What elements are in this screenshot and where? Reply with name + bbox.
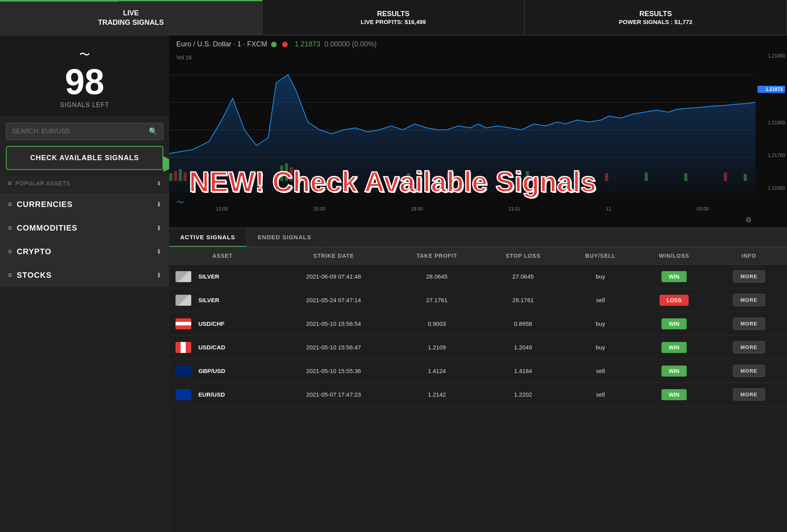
sidebar-item-crypto[interactable]: ≡ CRYPTO ⬇	[0, 240, 169, 264]
search-input[interactable]	[12, 128, 149, 135]
currencies-label: CURRENCIES	[17, 200, 156, 209]
list-icon-currencies: ≡	[8, 200, 12, 209]
svg-rect-11	[290, 167, 293, 181]
more-button-0[interactable]: MORE	[733, 270, 765, 283]
chart-dot-green	[271, 42, 277, 47]
y-label-highlight: 1.21873	[757, 86, 785, 93]
cell-buy-sell-3: buy	[563, 336, 637, 359]
table-row: USD/CHF 2021-05-10 15:56:54 0.9003 0.895…	[169, 312, 787, 336]
cell-strike-2: 2021-05-10 15:56:54	[276, 312, 391, 336]
chart-container: Euro / U.S. Dollar · 1 · FXCM 1.21873 0.…	[169, 35, 787, 228]
table-row: GBP/USD 2021-05-10 15:55:36 1.4124 1.418…	[169, 359, 787, 383]
svg-rect-19	[724, 172, 727, 181]
arrow-down-crypto: ⬇	[156, 248, 161, 255]
tab-ended-signals[interactable]: ENDED SIGNALS	[247, 228, 323, 247]
search-box[interactable]: 🔍	[6, 123, 163, 140]
x-label-2: 15:00	[314, 206, 325, 212]
nav-results2-label: RESULTS	[639, 9, 672, 18]
cell-buy-sell-2: buy	[563, 312, 637, 336]
y-label-4: 1.21600	[757, 185, 785, 191]
x-label-6: 03:00	[697, 206, 709, 212]
sidebar-item-currencies[interactable]: ≡ CURRENCIES ⬇	[0, 193, 169, 216]
cell-asset-3: USD/CAD	[169, 336, 276, 359]
table-row: EUR/USD 2021-05-07 17:47:23 1.2142 1.220…	[169, 383, 787, 406]
col-stop-loss: STOP LOSS	[482, 247, 564, 265]
signals-number: 98	[65, 64, 104, 100]
nav-live-trading[interactable]: LIVE TRADING SIGNALS	[0, 0, 262, 35]
signals-table-area: ACTIVE SIGNALS ENDED SIGNALS ASSET STRIK…	[169, 228, 787, 532]
x-label-3: 18:00	[411, 206, 423, 212]
svg-rect-6	[174, 171, 177, 181]
arrow-down-stocks: ⬇	[156, 272, 161, 279]
cell-more-5[interactable]: MORE	[711, 383, 787, 406]
more-button-4[interactable]: MORE	[733, 365, 765, 377]
stocks-label: STOCKS	[17, 271, 156, 280]
col-buy-sell: BUY/SELL	[563, 247, 637, 265]
cell-more-3[interactable]: MORE	[711, 336, 787, 359]
cell-more-4[interactable]: MORE	[711, 359, 787, 383]
sidebar-menu: ≡ CURRENCIES ⬇ ≡ COMMODITIES ⬇ ≡ CRYPTO …	[0, 191, 169, 289]
nav-results2-value: POWER SIGNALS : $1,772	[619, 18, 693, 25]
check-available-signals-button[interactable]: CHECK AVAILABLE SIGNALS	[6, 146, 163, 170]
cell-buy-sell-0: buy	[563, 265, 637, 288]
more-button-5[interactable]: MORE	[733, 388, 765, 401]
svg-rect-20	[744, 174, 747, 181]
nav-live-title: LIVE	[123, 9, 139, 18]
cell-asset-5: EUR/USD	[169, 383, 276, 406]
svg-rect-15	[526, 171, 529, 181]
cell-stop-loss-3: 1.2049	[482, 336, 564, 359]
cell-stop-loss-2: 0.8958	[482, 312, 564, 336]
table-header-row: ASSET STRIKE DATE TAKE PROFIT STOP LOSS …	[169, 247, 787, 265]
nav-live-subtitle: TRADING SIGNALS	[98, 18, 164, 27]
chart-indicator-icon[interactable]: 〜	[176, 197, 184, 208]
cell-take-profit-4: 1.4124	[391, 359, 482, 383]
popular-assets-divider[interactable]: ≡ POPULAR ASSETS ⬇	[0, 176, 169, 191]
cell-strike-3: 2021-05-10 15:56:47	[276, 336, 391, 359]
asset-name-4: GBP/USD	[198, 368, 225, 374]
col-strike-date: STRIKE DATE	[276, 247, 391, 265]
chart-settings-icon[interactable]: ⚙	[745, 216, 752, 224]
nav-results1-value: LIVE PROFITS: $16,499	[361, 18, 426, 25]
col-info: INFO	[711, 247, 787, 265]
cell-buy-sell-1: sell	[563, 288, 637, 312]
chart-symbol-title: Euro / U.S. Dollar · 1 · FXCM	[176, 40, 267, 48]
win-loss-badge-2: WIN	[661, 318, 686, 329]
asset-name-2: USD/CHF	[198, 320, 225, 327]
cell-strike-1: 2021-05-24 07:47:14	[276, 288, 391, 312]
cell-more-2[interactable]: MORE	[711, 312, 787, 336]
cell-strike-5: 2021-05-07 17:47:23	[276, 383, 391, 406]
svg-rect-18	[684, 173, 687, 181]
more-button-3[interactable]: MORE	[733, 341, 765, 353]
sidebar-item-commodities[interactable]: ≡ COMMODITIES ⬇	[0, 216, 169, 240]
progress-bar	[0, 0, 118, 2]
svg-rect-14	[447, 172, 450, 181]
svg-marker-4	[169, 75, 756, 193]
cell-take-profit-5: 1.2142	[391, 383, 482, 406]
cell-strike-0: 2021-06-09 07:41:48	[276, 265, 391, 288]
col-win-loss: WIN/LOSS	[637, 247, 711, 265]
x-label-1: 12:00	[216, 206, 228, 212]
svg-rect-8	[183, 172, 187, 181]
cell-more-1[interactable]: MORE	[711, 288, 787, 312]
more-button-1[interactable]: MORE	[733, 294, 765, 306]
cell-more-0[interactable]: MORE	[711, 265, 787, 288]
tab-active-signals[interactable]: ACTIVE SIGNALS	[169, 228, 247, 247]
sidebar-item-stocks[interactable]: ≡ STOCKS ⬇	[0, 264, 169, 287]
col-take-profit: TAKE PROFIT	[391, 247, 482, 265]
cell-asset-4: GBP/USD	[169, 359, 276, 383]
cell-win-loss-1: LOSS	[637, 288, 711, 312]
asset-flag-4	[176, 366, 191, 377]
svg-rect-17	[645, 172, 648, 181]
more-button-2[interactable]: MORE	[733, 318, 765, 330]
table-row: SILVER 2021-05-24 07:47:14 27.1761 28.17…	[169, 288, 787, 312]
nav-results-power[interactable]: RESULTS POWER SIGNALS : $1,772	[525, 0, 787, 35]
list-icon-commodities: ≡	[8, 224, 12, 232]
nav-results-live[interactable]: RESULTS LIVE PROFITS: $16,499	[262, 0, 525, 35]
cell-stop-loss-5: 1.2202	[482, 383, 564, 406]
svg-rect-16	[605, 173, 608, 181]
win-loss-badge-0: WIN	[661, 271, 686, 282]
popular-assets-label: POPULAR ASSETS	[15, 180, 157, 187]
win-loss-badge-3: WIN	[661, 342, 686, 353]
list-icon: ≡	[8, 180, 11, 187]
cell-win-loss-0: WIN	[637, 265, 711, 288]
